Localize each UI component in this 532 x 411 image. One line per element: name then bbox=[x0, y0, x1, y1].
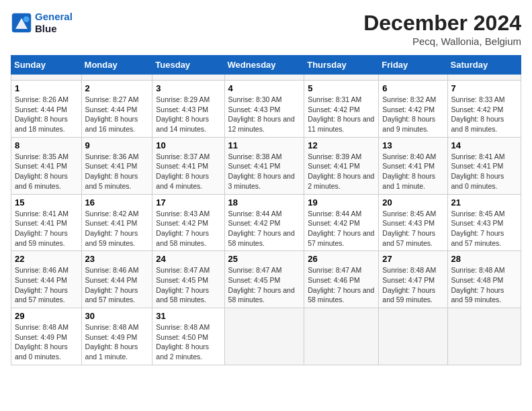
calendar-cell: 30Sunrise: 8:48 AM Sunset: 4:49 PM Dayli… bbox=[81, 308, 152, 365]
calendar-cell bbox=[304, 308, 379, 365]
day-number: 26 bbox=[308, 254, 375, 264]
day-number: 14 bbox=[451, 140, 517, 150]
day-info: Sunrise: 8:37 AM Sunset: 4:41 PM Dayligh… bbox=[156, 152, 220, 191]
calendar-cell: 8Sunrise: 8:35 AM Sunset: 4:41 PM Daylig… bbox=[11, 137, 82, 194]
calendar-cell: 3Sunrise: 8:29 AM Sunset: 4:43 PM Daylig… bbox=[152, 81, 224, 138]
calendar-table: SundayMondayTuesdayWednesdayThursdayFrid… bbox=[11, 55, 521, 365]
calendar-cell: 21Sunrise: 8:45 AM Sunset: 4:43 PM Dayli… bbox=[447, 194, 521, 251]
day-info: Sunrise: 8:44 AM Sunset: 4:42 PM Dayligh… bbox=[308, 209, 375, 248]
day-info: Sunrise: 8:38 AM Sunset: 4:41 PM Dayligh… bbox=[228, 152, 301, 191]
day-info: Sunrise: 8:47 AM Sunset: 4:45 PM Dayligh… bbox=[228, 265, 301, 305]
day-number: 24 bbox=[156, 254, 220, 264]
calendar-cell: 16Sunrise: 8:42 AM Sunset: 4:41 PM Dayli… bbox=[81, 194, 152, 251]
day-info: Sunrise: 8:27 AM Sunset: 4:44 PM Dayligh… bbox=[85, 95, 149, 134]
calendar-cell bbox=[379, 75, 447, 81]
calendar-cell: 26Sunrise: 8:47 AM Sunset: 4:46 PM Dayli… bbox=[304, 251, 379, 308]
day-number: 3 bbox=[156, 83, 220, 93]
calendar-cell: 10Sunrise: 8:37 AM Sunset: 4:41 PM Dayli… bbox=[152, 137, 224, 194]
day-info: Sunrise: 8:36 AM Sunset: 4:41 PM Dayligh… bbox=[85, 152, 149, 191]
day-number: 6 bbox=[382, 83, 443, 93]
calendar-cell bbox=[447, 75, 521, 81]
calendar-cell: 19Sunrise: 8:44 AM Sunset: 4:42 PM Dayli… bbox=[304, 194, 379, 251]
svg-point-2 bbox=[24, 16, 30, 22]
calendar-cell: 9Sunrise: 8:36 AM Sunset: 4:41 PM Daylig… bbox=[81, 137, 152, 194]
logo: General Blue bbox=[11, 11, 73, 35]
weekday-header-monday: Monday bbox=[81, 56, 152, 75]
day-number: 2 bbox=[85, 83, 149, 93]
weekday-header-sunday: Sunday bbox=[11, 56, 82, 75]
calendar-cell: 23Sunrise: 8:46 AM Sunset: 4:44 PM Dayli… bbox=[81, 251, 152, 308]
day-number: 25 bbox=[228, 254, 301, 264]
day-info: Sunrise: 8:48 AM Sunset: 4:50 PM Dayligh… bbox=[156, 322, 220, 362]
page-subtitle: Pecq, Wallonia, Belgium bbox=[363, 36, 521, 47]
day-number: 19 bbox=[308, 197, 375, 208]
calendar-cell: 28Sunrise: 8:48 AM Sunset: 4:48 PM Dayli… bbox=[447, 251, 521, 308]
calendar-cell: 29Sunrise: 8:48 AM Sunset: 4:49 PM Dayli… bbox=[11, 308, 82, 365]
calendar-cell bbox=[152, 75, 224, 81]
day-info: Sunrise: 8:40 AM Sunset: 4:41 PM Dayligh… bbox=[382, 152, 443, 191]
calendar-cell: 18Sunrise: 8:44 AM Sunset: 4:42 PM Dayli… bbox=[224, 194, 304, 251]
calendar-cell: 4Sunrise: 8:30 AM Sunset: 4:43 PM Daylig… bbox=[224, 81, 304, 138]
day-number: 23 bbox=[85, 254, 149, 264]
day-number: 27 bbox=[382, 254, 443, 264]
calendar-cell: 2Sunrise: 8:27 AM Sunset: 4:44 PM Daylig… bbox=[81, 81, 152, 138]
day-number: 7 bbox=[451, 83, 517, 93]
calendar-cell: 31Sunrise: 8:48 AM Sunset: 4:50 PM Dayli… bbox=[152, 308, 224, 365]
day-info: Sunrise: 8:45 AM Sunset: 4:43 PM Dayligh… bbox=[382, 209, 443, 248]
day-info: Sunrise: 8:48 AM Sunset: 4:48 PM Dayligh… bbox=[451, 265, 517, 305]
day-info: Sunrise: 8:48 AM Sunset: 4:49 PM Dayligh… bbox=[15, 322, 78, 362]
title-block: December 2024 Pecq, Wallonia, Belgium bbox=[363, 11, 521, 47]
day-number: 22 bbox=[15, 254, 78, 264]
day-number: 11 bbox=[228, 140, 301, 150]
calendar-cell bbox=[447, 308, 521, 365]
day-info: Sunrise: 8:32 AM Sunset: 4:42 PM Dayligh… bbox=[382, 95, 443, 134]
day-number: 30 bbox=[85, 311, 149, 321]
calendar-cell: 13Sunrise: 8:40 AM Sunset: 4:41 PM Dayli… bbox=[379, 137, 447, 194]
day-info: Sunrise: 8:44 AM Sunset: 4:42 PM Dayligh… bbox=[228, 209, 301, 248]
calendar-cell: 11Sunrise: 8:38 AM Sunset: 4:41 PM Dayli… bbox=[224, 137, 304, 194]
day-number: 4 bbox=[228, 83, 301, 93]
day-info: Sunrise: 8:45 AM Sunset: 4:43 PM Dayligh… bbox=[451, 209, 517, 248]
day-number: 18 bbox=[228, 197, 301, 208]
day-number: 9 bbox=[85, 140, 149, 150]
weekday-header-friday: Friday bbox=[379, 56, 447, 75]
calendar-cell bbox=[379, 308, 447, 365]
page-title: December 2024 bbox=[363, 11, 521, 36]
calendar-week-4: 22Sunrise: 8:46 AM Sunset: 4:44 PM Dayli… bbox=[11, 251, 521, 308]
day-number: 20 bbox=[382, 197, 443, 208]
day-info: Sunrise: 8:39 AM Sunset: 4:41 PM Dayligh… bbox=[308, 152, 375, 191]
page-header: General Blue December 2024 Pecq, Walloni… bbox=[11, 11, 521, 47]
day-number: 31 bbox=[156, 311, 220, 321]
day-number: 15 bbox=[15, 197, 78, 208]
calendar-cell: 1Sunrise: 8:26 AM Sunset: 4:44 PM Daylig… bbox=[11, 81, 82, 138]
logo-text: General Blue bbox=[35, 11, 73, 35]
day-info: Sunrise: 8:42 AM Sunset: 4:41 PM Dayligh… bbox=[85, 209, 149, 248]
calendar-cell: 14Sunrise: 8:41 AM Sunset: 4:41 PM Dayli… bbox=[447, 137, 521, 194]
calendar-cell: 6Sunrise: 8:32 AM Sunset: 4:42 PM Daylig… bbox=[379, 81, 447, 138]
calendar-cell bbox=[304, 75, 379, 81]
day-number: 5 bbox=[308, 83, 375, 93]
day-info: Sunrise: 8:47 AM Sunset: 4:45 PM Dayligh… bbox=[156, 265, 220, 305]
day-number: 16 bbox=[85, 197, 149, 208]
day-number: 17 bbox=[156, 197, 220, 208]
weekday-header-thursday: Thursday bbox=[304, 56, 379, 75]
calendar-cell bbox=[224, 308, 304, 365]
day-info: Sunrise: 8:48 AM Sunset: 4:49 PM Dayligh… bbox=[85, 322, 149, 362]
calendar-week-5: 29Sunrise: 8:48 AM Sunset: 4:49 PM Dayli… bbox=[11, 308, 521, 365]
calendar-cell: 22Sunrise: 8:46 AM Sunset: 4:44 PM Dayli… bbox=[11, 251, 82, 308]
calendar-cell: 20Sunrise: 8:45 AM Sunset: 4:43 PM Dayli… bbox=[379, 194, 447, 251]
day-number: 13 bbox=[382, 140, 443, 150]
day-number: 21 bbox=[451, 197, 517, 208]
calendar-week-1: 1Sunrise: 8:26 AM Sunset: 4:44 PM Daylig… bbox=[11, 81, 521, 138]
day-info: Sunrise: 8:26 AM Sunset: 4:44 PM Dayligh… bbox=[15, 95, 78, 134]
day-info: Sunrise: 8:33 AM Sunset: 4:42 PM Dayligh… bbox=[451, 95, 517, 134]
calendar-cell bbox=[224, 75, 304, 81]
calendar-cell: 7Sunrise: 8:33 AM Sunset: 4:42 PM Daylig… bbox=[447, 81, 521, 138]
day-number: 8 bbox=[15, 140, 78, 150]
day-info: Sunrise: 8:35 AM Sunset: 4:41 PM Dayligh… bbox=[15, 152, 78, 191]
day-info: Sunrise: 8:41 AM Sunset: 4:41 PM Dayligh… bbox=[15, 209, 78, 248]
day-number: 28 bbox=[451, 254, 517, 264]
day-info: Sunrise: 8:41 AM Sunset: 4:41 PM Dayligh… bbox=[451, 152, 517, 191]
day-number: 12 bbox=[308, 140, 375, 150]
calendar-cell: 25Sunrise: 8:47 AM Sunset: 4:45 PM Dayli… bbox=[224, 251, 304, 308]
